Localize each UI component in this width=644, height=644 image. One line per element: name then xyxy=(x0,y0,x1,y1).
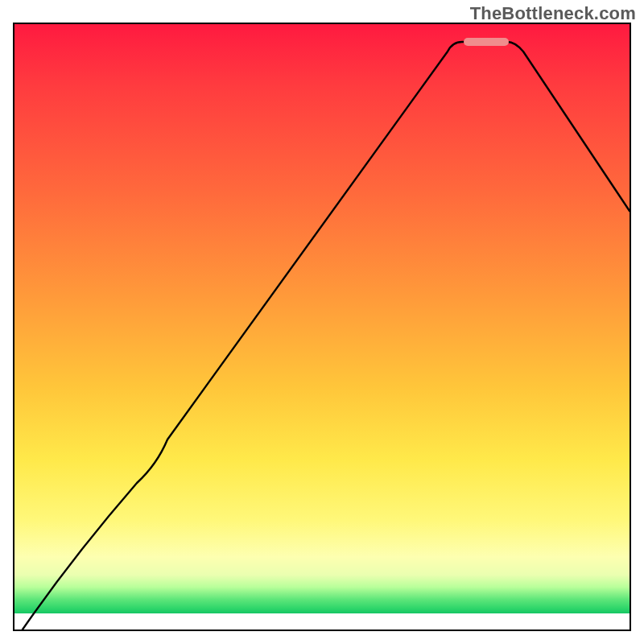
bottleneck-curve xyxy=(14,24,630,630)
watermark-text: TheBottleneck.com xyxy=(470,3,636,24)
chart-container: TheBottleneck.com xyxy=(0,0,644,644)
optimal-range-marker xyxy=(464,38,509,46)
plot-frame xyxy=(13,23,631,631)
